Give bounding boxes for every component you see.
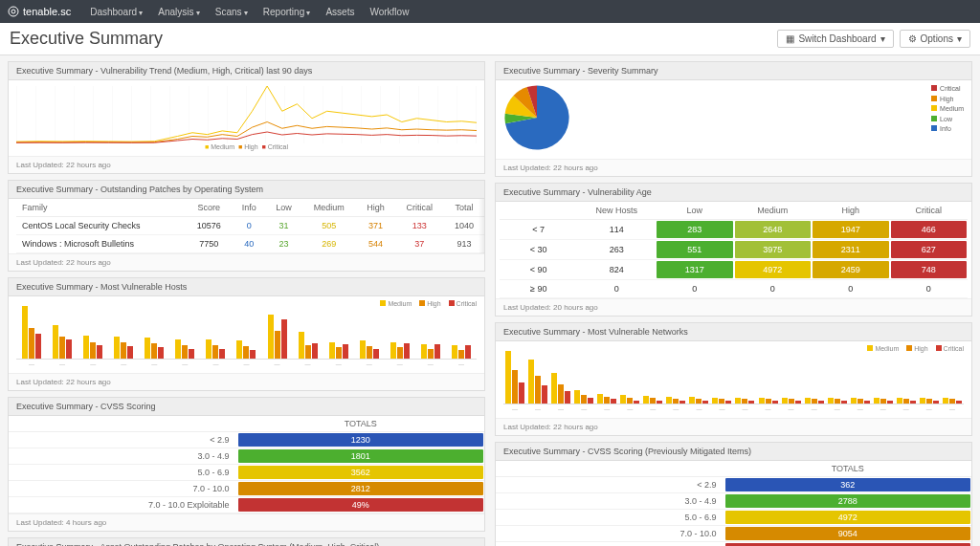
- legend-item: High: [931, 95, 964, 105]
- switch-dashboard-button[interactable]: ▦ Switch Dashboard ▾: [777, 30, 893, 48]
- panel-body: FamilyScoreInfoLowMediumHighCriticalTota…: [9, 199, 484, 253]
- col-header: Medium: [301, 199, 357, 217]
- cvss-row[interactable]: < 2.91230: [9, 432, 484, 448]
- table-row[interactable]: < 90824131749722459748: [500, 260, 968, 280]
- panel-title: Executive Summary - Vulnerability Trend …: [9, 62, 484, 80]
- panel-body: CriticalHighMediumLowInfo: [496, 80, 971, 159]
- trend-chart: [16, 86, 477, 143]
- page-title: Executive Summary: [10, 29, 163, 49]
- bar-group: [574, 390, 593, 404]
- cvss-row[interactable]: 5.0 - 6.93562: [9, 465, 484, 481]
- logo-icon: [8, 6, 19, 17]
- table-row[interactable]: < 711428326481947466: [500, 220, 968, 240]
- panel-severity: Executive Summary - Severity Summary Cri…: [495, 61, 972, 177]
- svg-point-1: [11, 10, 15, 13]
- panel-cvss-prev: Executive Summary - CVSS Scoring (Previo…: [495, 442, 972, 546]
- panel-footer: Last Updated: 22 hours ago: [496, 418, 971, 435]
- nav-workflow[interactable]: Workflow: [362, 7, 416, 17]
- cvss-row[interactable]: 7.0 - 10.0 Exploitable49%: [9, 497, 484, 513]
- col-header: Medium: [734, 202, 813, 220]
- gear-icon: ⚙: [908, 33, 917, 44]
- bar-group: [505, 351, 524, 404]
- bar-group: [141, 338, 167, 359]
- bar-group: [18, 306, 45, 359]
- patches-table: FamilyScoreInfoLowMediumHighCriticalTota…: [16, 199, 484, 253]
- hosts-bars: [16, 302, 477, 360]
- panel-footer: Last Updated: 20 hours ago: [496, 298, 971, 316]
- bar-group: [828, 398, 847, 404]
- legend-item: Medium: [931, 104, 964, 115]
- col-header: Family: [16, 199, 186, 217]
- col-header: Critical: [890, 202, 969, 220]
- bar-group: [805, 398, 824, 404]
- caret-down-icon: ▾: [880, 33, 885, 44]
- table-row[interactable]: ≥ 9000000: [500, 280, 968, 298]
- panel-body: TOTALS < 2.912303.0 - 4.918015.0 - 6.935…: [9, 416, 484, 513]
- bar-group: [943, 398, 962, 404]
- trend-legend: ■ Medium ■ High ■ Critical: [16, 143, 477, 150]
- cvss-row[interactable]: 3.0 - 4.92788: [496, 493, 971, 510]
- cvss-row[interactable]: 7.0 - 10.0 Exploitable52%: [496, 542, 971, 546]
- bar-group: [295, 332, 322, 359]
- legend-item: Info: [931, 124, 964, 135]
- table-row[interactable]: CentOS Local Security Checks105760315053…: [16, 217, 484, 235]
- severity-pie: [503, 84, 570, 151]
- panel-title: Executive Summary - Most Vulnerable Netw…: [496, 323, 971, 341]
- options-label: Options: [921, 33, 953, 44]
- svg-point-0: [9, 7, 18, 16]
- panel-title: Executive Summary - Most Vulnerable Host…: [9, 278, 484, 296]
- dashboard: Executive Summary - Vulnerability Trend …: [0, 55, 980, 546]
- cvss-head: TOTALS: [724, 461, 971, 476]
- bar-group: [712, 398, 731, 404]
- bar-group: [233, 340, 259, 359]
- bar-group: [356, 340, 383, 359]
- panel-title: Executive Summary - Asset Outstanding Pa…: [9, 538, 484, 546]
- panel-vuln-trend: Executive Summary - Vulnerability Trend …: [8, 61, 485, 174]
- nav-dashboard[interactable]: Dashboard: [82, 7, 150, 17]
- bar-group: [643, 396, 662, 404]
- cvss-row[interactable]: 3.0 - 4.91801: [9, 448, 484, 465]
- switch-dashboard-label: Switch Dashboard: [798, 33, 876, 44]
- panel-cvss: Executive Summary - CVSS Scoring TOTALS …: [8, 397, 485, 532]
- bar-group: [689, 397, 708, 404]
- nav-scans[interactable]: Scans: [208, 7, 256, 17]
- panel-vuln-networks: Executive Summary - Most Vulnerable Netw…: [495, 322, 972, 436]
- legend-item: Critical: [931, 84, 964, 95]
- bars-legend: Medium High Critical: [861, 345, 964, 352]
- page-header: Executive Summary ▦ Switch Dashboard ▾ ⚙…: [0, 23, 980, 55]
- nav-assets[interactable]: Assets: [318, 7, 362, 17]
- col-header: Low: [266, 199, 301, 217]
- vuln-age-table: New HostsLowMediumHighCritical < 7114283…: [500, 202, 968, 298]
- bar-group: [171, 339, 198, 359]
- bar-group: [735, 398, 754, 404]
- nav-analysis[interactable]: Analysis: [150, 7, 207, 17]
- panel-vuln-age: Executive Summary - Vulnerability Age Ne…: [495, 183, 972, 317]
- panel-vuln-hosts: Executive Summary - Most Vulnerable Host…: [8, 277, 485, 391]
- bar-group: [759, 398, 778, 404]
- cvss-row[interactable]: 5.0 - 6.94972: [496, 510, 971, 526]
- panel-title: Executive Summary - CVSS Scoring: [9, 398, 484, 416]
- cvss-head: TOTALS: [237, 416, 484, 431]
- bar-group: [551, 373, 570, 404]
- bar-group: [851, 398, 870, 404]
- panel-body: TOTALS < 2.93623.0 - 4.927885.0 - 6.9497…: [496, 461, 971, 546]
- col-header: High: [812, 202, 890, 220]
- nav-reporting[interactable]: Reporting: [256, 7, 319, 17]
- pie-legend: CriticalHighMediumLowInfo: [931, 84, 964, 135]
- bar-group: [448, 345, 475, 359]
- bars-legend: Medium High Critical: [374, 300, 477, 307]
- cvss-row[interactable]: < 2.9362: [496, 477, 971, 493]
- bar-group: [79, 336, 106, 359]
- bar-group: [110, 337, 137, 359]
- cvss-row[interactable]: 7.0 - 10.02812: [9, 481, 484, 497]
- table-row[interactable]: < 3026355139752311627: [500, 240, 968, 260]
- legend-item: Low: [931, 115, 964, 125]
- bar-group: [325, 342, 352, 359]
- table-row[interactable]: Windows : Microsoft Bulletins77504023269…: [16, 235, 484, 253]
- panel-asset-patches: Executive Summary - Asset Outstanding Pa…: [8, 537, 485, 546]
- bar-group: [264, 315, 291, 359]
- options-button[interactable]: ⚙ Options ▾: [900, 30, 970, 48]
- panel-footer: Last Updated: 22 hours ago: [496, 159, 971, 176]
- bar-group: [387, 342, 413, 359]
- cvss-row[interactable]: 7.0 - 10.09054: [496, 526, 971, 542]
